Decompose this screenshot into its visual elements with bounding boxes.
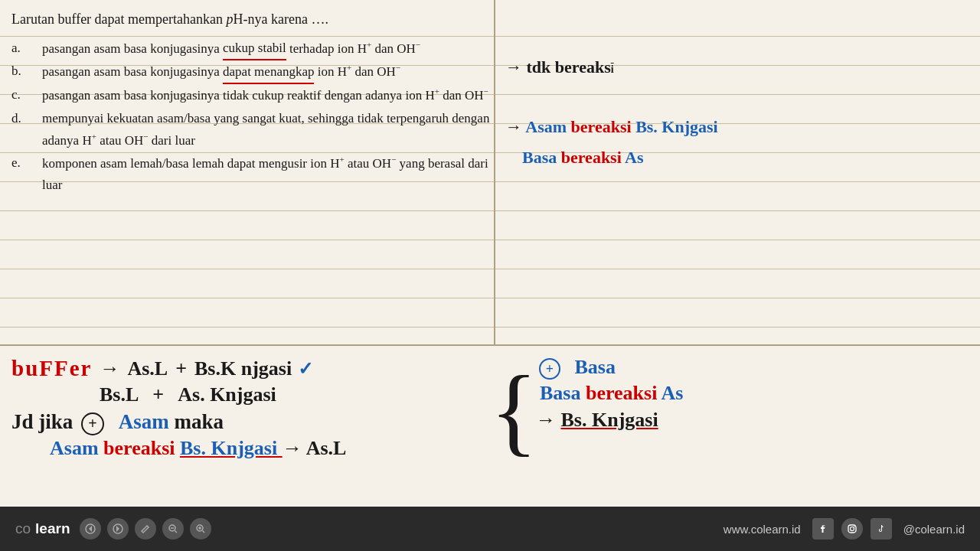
footer-left: co learn (15, 518, 211, 540)
footer: co learn (0, 507, 980, 551)
zoom-out-button[interactable] (162, 518, 184, 540)
plus-1: + (175, 357, 187, 380)
as-text: As (661, 382, 683, 404)
bereaksi-label: bereaksi (103, 437, 180, 459)
content-left: Larutan buffer dapat mempertahankan pH-n… (11, 8, 494, 197)
option-a-letter: a. (11, 37, 42, 59)
option-c: c. pasangan asam basa konjugasinya tidak… (11, 84, 494, 106)
svg-point-12 (850, 527, 854, 531)
formula-as-l: As.L (127, 357, 168, 380)
next-button[interactable] (107, 518, 129, 540)
basa-text: Basa (540, 382, 586, 404)
zoom-in-icon (195, 523, 206, 534)
asam-label: Asam (50, 437, 103, 459)
option-b-text: pasangan asam basa konjugasinya dapat me… (42, 60, 494, 83)
bottom-left: buFFer → As.L + Bs.K njgasi ✓ Bs.L + As.… (11, 350, 501, 460)
buffer-word: buFFer (11, 356, 92, 381)
facebook-icon[interactable] (812, 518, 834, 540)
annotation-b-line1: → Asam bereaksi Bs. Knjgasi (505, 117, 718, 137)
option-d-letter: d. (11, 108, 42, 129)
option-a-text: pasangan asam basa konjugasinya cukup st… (42, 37, 494, 60)
prev-icon (85, 523, 96, 534)
maka-text: maka (175, 410, 224, 433)
instagram-icon[interactable] (841, 518, 863, 540)
checkmark: ✓ (298, 358, 313, 380)
plus-circle-blue: + (539, 358, 560, 380)
jd-jika-text: Jd jika (11, 410, 78, 433)
footer-icons (80, 518, 211, 540)
basa-label: Basa (575, 356, 616, 378)
zoom-in-button[interactable] (190, 518, 211, 540)
option-c-text: pasangan asam basa konjugasinya tidak cu… (42, 84, 494, 106)
option-e: e. komponen asam lemah/basa lemah dapat … (11, 152, 494, 196)
colearn-logo: co learn (15, 520, 70, 537)
plus-basa-line: + Basa (536, 356, 949, 380)
edit-icon (140, 523, 151, 534)
svg-marker-1 (89, 526, 92, 532)
co-text: co (15, 520, 31, 537)
formula-bs-k: Bs.K njgasi (194, 357, 292, 380)
question-intro: Larutan buffer dapat mempertahankan pH-n… (11, 8, 494, 31)
bs-knjgasi-label: Bs. Knjgasi (180, 437, 283, 459)
annotation-a: → tdk bereaksi (505, 57, 614, 77)
social-icons (812, 518, 892, 540)
svg-line-10 (202, 531, 204, 533)
footer-right: www.colearn.id (724, 518, 965, 540)
main-container: Larutan buffer dapat mempertahankan pH-n… (0, 0, 980, 551)
prev-button[interactable] (80, 518, 101, 540)
next-icon (113, 523, 123, 534)
option-e-letter: e. (11, 152, 42, 174)
learn-text: learn (35, 520, 70, 537)
option-b-letter: b. (11, 60, 42, 82)
buffer-formula-line1: buFFer → As.L + Bs.K njgasi ✓ (11, 356, 501, 381)
bereaksi-text: bereaksi (586, 382, 661, 404)
tiktok-icon[interactable] (871, 518, 892, 540)
option-b: b. pasangan asam basa konjugasinya dapat… (11, 60, 494, 83)
arrow-1: → (100, 357, 119, 380)
option-a: a. pasangan asam basa konjugasinya cukup… (11, 37, 494, 60)
plus-circle-black: + (81, 412, 104, 435)
jd-jika-line: Jd jika + Asam maka (11, 410, 501, 435)
bottom-section: buFFer → As.L + Bs.K njgasi ✓ Bs.L + As.… (0, 344, 980, 505)
website-url: www.colearn.id (724, 523, 801, 536)
bottom-right: { + Basa Basa bereaksi As → Bs. Knjgasi (505, 350, 949, 432)
option-d-text: mempunyai kekuatan asam/basa yang sangat… (42, 108, 494, 152)
buffer-formula-line2: Bs.L + As. Knjgasi (100, 383, 501, 406)
arrow-as-l: → As.L (283, 437, 347, 459)
asam-text: Asam (119, 410, 175, 433)
svg-line-6 (175, 531, 177, 533)
arrow-bs-knjgasi-line: → Bs. Knjgasi (536, 409, 949, 432)
option-d: d. mempunyai kekuatan asam/basa yang san… (11, 108, 494, 152)
edit-button[interactable] (135, 518, 156, 540)
svg-marker-3 (116, 526, 119, 532)
basa-bereaksi-line: Basa bereaksi As (540, 382, 949, 405)
arrow-bs: → (536, 409, 561, 431)
option-c-letter: c. (11, 84, 42, 106)
svg-point-13 (854, 526, 855, 527)
asam-bereaksi-line: Asam bereaksi Bs. Knjgasi → As.L (50, 437, 501, 460)
curly-brace: { (490, 346, 537, 475)
option-e-text: komponen asam lemah/basa lemah dapat men… (42, 152, 494, 196)
annotation-b-line2: Basa bereaksi As (522, 148, 644, 168)
social-handle: @colearn.id (903, 523, 965, 536)
zoom-out-icon (168, 523, 178, 534)
bs-knjgasi-text: Bs. Knjgasi (561, 409, 658, 431)
